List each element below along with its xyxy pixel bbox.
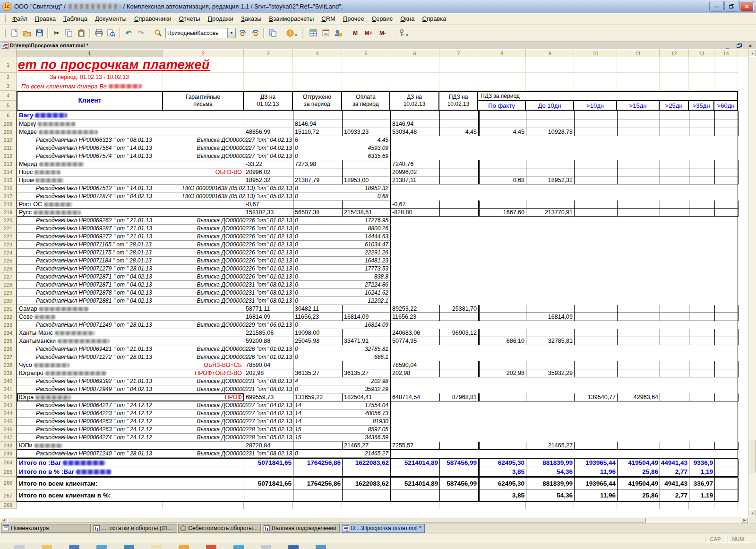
cell-209-14[interactable] — [715, 128, 739, 136]
column-header-13[interactable]: 13 — [689, 49, 714, 57]
duplicate-button[interactable] — [267, 27, 278, 39]
cell-2-13[interactable] — [689, 73, 714, 81]
detail-empty-cell[interactable] — [391, 426, 739, 434]
detail-amount-cell[interactable]: 022291.26 — [293, 249, 391, 257]
detail-empty-cell[interactable] — [391, 152, 739, 160]
row-header-248[interactable]: 248 — [0, 442, 17, 450]
cell-234-9[interactable] — [526, 329, 575, 337]
cell-232-8[interactable] — [479, 313, 526, 321]
detail-amount-cell[interactable]: 4202.98 — [293, 377, 391, 385]
detail-empty-cell[interactable] — [391, 217, 739, 225]
window-tab-5[interactable]: AD:...\Просрочка оплат.mxl * — [341, 524, 425, 533]
total-label-cell[interactable]: Итого по всем клиентам: — [17, 478, 244, 489]
cell-219-7[interactable] — [440, 209, 479, 217]
detail-doc-cell[interactable]: РасходнаяНакл НР00071272 " от " 28.01.13… — [17, 353, 293, 361]
detail-doc-cell[interactable]: РасходнаяНакл НР00069287 " от " 21.01.13… — [17, 225, 293, 233]
client-name-cell[interactable]: Вагу — [17, 111, 244, 120]
cell-264-9[interactable]: 881839,99 — [526, 459, 575, 467]
cell-235-6[interactable]: 50774,95 — [391, 337, 440, 345]
cell-265-10[interactable]: 11,96 — [575, 467, 618, 477]
cell-267-4[interactable] — [293, 489, 343, 502]
menu-item-7[interactable]: Продажи — [204, 14, 237, 24]
detail-doc-cell[interactable]: РасходнаяНакл НР00066313 " от " 08.01.13… — [17, 136, 293, 144]
cell-3-12[interactable] — [660, 81, 689, 91]
cell-242-7[interactable]: 87968,81 — [440, 393, 479, 401]
cell-242-12[interactable] — [660, 393, 689, 401]
window-tab-4[interactable]: Валовая подразделений — [262, 524, 340, 533]
detail-empty-cell[interactable] — [391, 257, 739, 265]
cell-208-7[interactable] — [440, 120, 479, 128]
cell-235-5[interactable]: 33471,91 — [343, 337, 391, 345]
cell-248-3[interactable]: 28720,84 — [244, 442, 293, 450]
column-header-14[interactable]: 14 — [714, 49, 738, 57]
cell-238-7[interactable] — [440, 361, 479, 369]
calendar-button[interactable]: 31 — [320, 27, 331, 39]
cell-218-13[interactable] — [689, 200, 715, 209]
cell-215-11[interactable] — [618, 176, 660, 184]
detail-empty-cell[interactable] — [391, 289, 739, 297]
cell-239-10[interactable] — [575, 369, 618, 377]
detail-amount-cell[interactable]: 014444.63 — [293, 233, 391, 241]
cell-231-9[interactable] — [526, 305, 575, 313]
row-header-221[interactable]: 221 — [0, 225, 17, 233]
cell-213-11[interactable] — [618, 160, 660, 168]
detail-doc-cell[interactable]: РасходнаяНакл НР00072949 " от " 04.02.13… — [17, 385, 293, 393]
info-button[interactable]: i ▼ — [284, 27, 300, 39]
taskbar-icon-10[interactable] — [261, 545, 271, 549]
cell-209-7[interactable]: 4,45 — [440, 128, 479, 136]
cell-3-7[interactable] — [439, 81, 478, 91]
column-header-2[interactable]: 2 — [163, 49, 244, 57]
total-label-cell[interactable]: Итого по всем клиентам в %: — [17, 489, 244, 502]
paste-button[interactable] — [76, 27, 87, 39]
cell-267-9[interactable]: 54,36 — [526, 489, 575, 502]
cell-3-14[interactable] — [714, 81, 738, 91]
cell-266-3[interactable]: 5071841,65 — [244, 478, 293, 489]
client-name-cell[interactable]: НорсОБЯЗ-ВО — [17, 168, 244, 176]
cell-267-5[interactable] — [343, 489, 391, 502]
menu-item-5[interactable]: Справочники — [130, 14, 175, 24]
cell-267-13[interactable]: 1,19 — [689, 489, 715, 502]
cell-232-6[interactable]: 11656,23 — [391, 313, 440, 321]
cell-218-6[interactable]: -0,67 — [391, 200, 440, 209]
scroll-right-icon[interactable]: ▶ — [741, 517, 748, 523]
taskbar-icon-2[interactable] — [42, 545, 52, 549]
client-name-cell[interactable]: Севе — [17, 313, 244, 321]
header-bucket-1[interactable]: По факту — [478, 101, 526, 110]
cell-214-13[interactable] — [689, 168, 715, 176]
taskbar-icon-7[interactable] — [179, 545, 189, 549]
cell-219-8[interactable]: 1667,60 — [479, 209, 526, 217]
cell-234-7[interactable]: 96903,12 — [440, 329, 479, 337]
row-header-244[interactable]: 244 — [0, 410, 17, 418]
cell-242-14[interactable] — [715, 393, 739, 401]
cell-268-9[interactable] — [526, 502, 574, 509]
total-label-cell[interactable]: Итого по :Ваг — [17, 459, 244, 467]
cell-209-9[interactable]: 10928,78 — [526, 128, 575, 136]
detail-amount-cell[interactable]: 032785.81 — [293, 345, 391, 353]
detail-amount-cell[interactable]: 1481930 — [293, 418, 391, 426]
row-header-3[interactable]: 3 — [0, 81, 17, 91]
cell-234-10[interactable] — [575, 329, 618, 337]
header-bucket-3[interactable]: >10дн — [574, 101, 617, 110]
header-paid[interactable]: Оплатаза период — [342, 92, 390, 110]
detail-doc-cell[interactable]: РасходнаяНакл НР00072871 " от " 04.02.13… — [17, 281, 293, 289]
cell-248-7[interactable] — [440, 442, 479, 450]
row-header-239[interactable]: 239 — [0, 369, 17, 377]
scroll-up-icon[interactable]: ▲ — [749, 49, 756, 57]
header-dz-start[interactable]: ДЗ на01.02.13 — [244, 92, 293, 110]
cell-209-4[interactable]: 15110,72 — [293, 128, 343, 136]
combo-value[interactable]: ПриходныйКассовь — [165, 28, 228, 38]
info-dropdown-icon[interactable]: ▼ — [294, 34, 298, 38]
cell-264-7[interactable]: 587456,99 — [440, 459, 479, 467]
cell-213-5[interactable] — [343, 160, 391, 168]
row-header-249[interactable]: 249 — [0, 450, 17, 458]
cell-248-6[interactable]: 7255,57 — [391, 442, 440, 450]
row-header-265[interactable]: 265 — [0, 467, 17, 477]
row-header-237[interactable]: 237 — [0, 353, 17, 361]
row-header-1[interactable]: 1 — [0, 57, 17, 73]
cell-214-11[interactable] — [618, 168, 660, 176]
row-header-222[interactable]: 222 — [0, 233, 17, 241]
cell-215-12[interactable] — [660, 176, 689, 184]
cell-214-6[interactable]: 20996,02 — [391, 168, 440, 176]
detail-doc-cell[interactable]: РасходнаяНакл НР00071175 " от " 28.01.13… — [17, 249, 293, 257]
row-header-247[interactable]: 247 — [0, 434, 17, 442]
